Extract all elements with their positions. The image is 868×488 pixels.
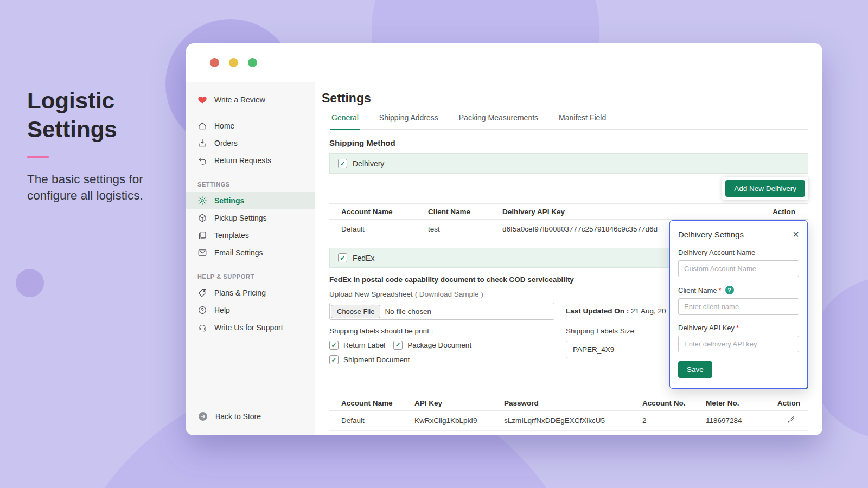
field-label-text: Client Name	[678, 286, 717, 294]
fedex-checkbox[interactable]	[338, 253, 347, 262]
sidebar-item-templates[interactable]: Templates	[186, 227, 315, 244]
upload-label-text: Upload New Spreadsheet	[329, 290, 413, 298]
column-header: Account No.	[642, 399, 706, 407]
shipping-method-heading: Shipping Method	[329, 138, 808, 147]
field-label-account-name: Delhivery Account Name	[678, 248, 799, 256]
option-return-label: Return Label	[329, 341, 385, 350]
last-updated-value: 21 Aug, 20	[631, 307, 666, 315]
heart-icon	[197, 95, 207, 105]
sidebar-item-label: Home	[214, 121, 234, 130]
cell-meter-no: 118697284	[706, 416, 777, 425]
window-minimize-button[interactable]	[229, 58, 238, 67]
gear-icon	[197, 196, 207, 206]
fedex-label: FedEx	[353, 254, 374, 262]
table-row: Default KwRxCilg1KbLpkI9 sLzmILqrfNxDDEg…	[329, 411, 808, 431]
sidebar-item-help[interactable]: Help	[186, 301, 315, 319]
tab-general[interactable]: General	[330, 113, 360, 130]
return-label-checkbox[interactable]	[329, 341, 339, 350]
shipment-document-checkbox[interactable]	[329, 355, 339, 364]
column-header: Account Name	[341, 399, 414, 407]
required-asterisk: *	[719, 286, 722, 294]
dropdown-value: PAPER_4X9	[573, 345, 614, 354]
cell-password: sLzmILqrfNxDDEgEXCfXlkcU5	[504, 416, 642, 425]
choose-file-button[interactable]: Choose File	[331, 305, 380, 318]
decorative-circle	[16, 269, 44, 297]
window-close-button[interactable]	[210, 58, 219, 67]
column-header: Delhivery API Key	[502, 208, 757, 216]
delhivery-checkbox[interactable]	[338, 159, 347, 168]
fedex-table: Account Name API Key Password Account No…	[329, 395, 808, 431]
support-icon	[197, 323, 207, 332]
sidebar-item-home[interactable]: Home	[186, 117, 315, 134]
hero-subtitle: The basic settings for configure all log…	[27, 171, 157, 203]
pricing-icon	[197, 288, 207, 298]
file-upload-input: Choose File No file chosen	[329, 303, 554, 320]
delhivery-table-header: Account Name Client Name Delhivery API K…	[329, 203, 808, 220]
window-maximize-button[interactable]	[248, 58, 257, 67]
sidebar-item-label: Email Settings	[214, 248, 263, 257]
sidebar-item-pickup-settings[interactable]: Pickup Settings	[186, 209, 315, 227]
return-requests-icon	[197, 156, 207, 165]
field-label-text: Delhivery Account Name	[678, 248, 755, 256]
email-icon	[197, 248, 207, 258]
cell-account-name: Default	[341, 225, 428, 233]
modal-title: Delhivery Settings	[678, 230, 744, 239]
option-shipment-document: Shipment Document	[329, 355, 554, 364]
option-label: Return Label	[343, 341, 385, 349]
column-header: Meter No.	[706, 399, 777, 407]
file-status-text: No file chosen	[385, 307, 431, 316]
delhivery-api-key-input[interactable]	[678, 336, 799, 352]
help-question-icon[interactable]: ?	[725, 286, 734, 294]
sidebar-item-write-us-for-support[interactable]: Write Us for Support	[186, 319, 315, 336]
sidebar-item-settings[interactable]: Settings	[186, 192, 315, 209]
column-header: API Key	[414, 399, 504, 407]
hero-text-block: Logistic Settings The basic settings for…	[27, 87, 163, 203]
sidebar-item-email-settings[interactable]: Email Settings	[186, 244, 315, 261]
home-icon	[197, 121, 207, 131]
sidebar-item-orders[interactable]: Orders	[186, 134, 315, 152]
templates-icon	[197, 230, 207, 240]
sidebar-item-back-to-store[interactable]: Back to Store	[186, 407, 315, 426]
last-updated-label: Last Updated On :	[566, 307, 629, 315]
delhivery-settings-modal: Delhivery Settings × Delhivery Account N…	[669, 220, 808, 389]
cell-api-key: KwRxCilg1KbLpkI9	[414, 416, 504, 425]
add-new-delhivery-button[interactable]: Add New Delhivery	[725, 180, 805, 197]
sidebar-item-label: Pickup Settings	[214, 214, 267, 222]
field-label-client-name: Client Name * ?	[678, 286, 799, 294]
page-background: Logistic Settings The basic settings for…	[0, 0, 868, 488]
cell-account-name: Default	[341, 416, 414, 425]
sidebar: Write a Review Home Orders	[186, 82, 315, 435]
close-icon[interactable]: ×	[793, 229, 799, 240]
sidebar-item-label: Return Requests	[214, 156, 271, 165]
sidebar-item-label: Back to Store	[215, 412, 261, 421]
edit-pencil-icon[interactable]	[787, 415, 795, 424]
client-name-input[interactable]	[678, 298, 799, 315]
sidebar-section-help-support: HELP & SUPPORT	[197, 273, 315, 280]
package-document-checkbox[interactable]	[393, 341, 403, 350]
sidebar-item-plans-pricing[interactable]: Plans & Pricing	[186, 284, 315, 301]
print-labels-question: Shipping labels should be print :	[329, 327, 554, 335]
field-label-text: Delhivery API Key	[678, 324, 735, 332]
cell-account-no: 2	[642, 416, 706, 425]
delhivery-label: Delhivery	[353, 159, 384, 168]
pickup-icon	[197, 213, 207, 223]
page-title: Settings	[322, 91, 808, 106]
sidebar-item-write-a-review[interactable]: Write a Review	[186, 91, 315, 108]
sidebar-item-label: Templates	[214, 231, 249, 240]
tab-packing-measurements[interactable]: Packing Measurements	[458, 113, 539, 129]
save-button[interactable]: Save	[678, 361, 712, 378]
column-header: Password	[504, 399, 642, 407]
delhivery-account-name-input[interactable]	[678, 260, 799, 277]
fedex-table-header: Account Name API Key Password Account No…	[329, 395, 808, 411]
option-label: Package Document	[407, 341, 471, 349]
help-icon	[197, 305, 207, 315]
sidebar-item-return-requests[interactable]: Return Requests	[186, 152, 315, 169]
settings-tabs: General Shipping Address Packing Measure…	[330, 113, 808, 130]
orders-icon	[197, 138, 207, 148]
download-sample-link[interactable]: ( Download Sample )	[415, 290, 483, 298]
tab-manifest-field[interactable]: Manifest Field	[558, 113, 607, 129]
tab-shipping-address[interactable]: Shipping Address	[378, 113, 439, 129]
cell-client-name: test	[428, 225, 502, 233]
field-label-api-key: Delhivery API Key *	[678, 324, 799, 332]
sidebar-item-label: Orders	[214, 139, 238, 147]
